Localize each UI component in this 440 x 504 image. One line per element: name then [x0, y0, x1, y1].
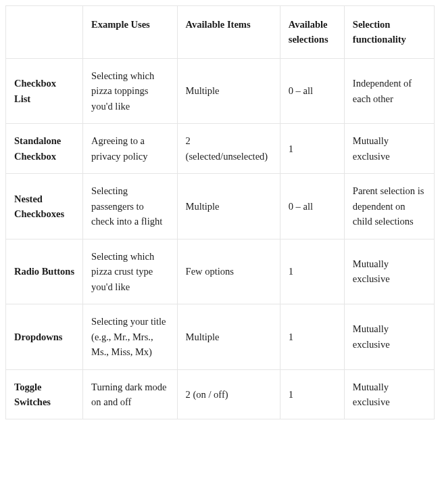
row-name: Toggle Switches — [6, 369, 83, 419]
row-example-uses: Turning dark mode on and off — [83, 369, 177, 419]
row-available-selections: 1 — [280, 239, 344, 304]
row-example-uses: Selecting your title (e.g., Mr., Mrs., M… — [83, 304, 177, 369]
table-row: Checkbox List Selecting which pizza topp… — [6, 58, 435, 123]
row-available-selections: 0 – all — [280, 58, 344, 123]
row-available-items: Multiple — [177, 304, 280, 369]
header-blank — [6, 6, 83, 59]
row-example-uses: Agreeing to a privacy policy — [83, 124, 177, 174]
row-name: Checkbox List — [6, 58, 83, 123]
row-available-items: 2 (selected/unselected) — [177, 124, 280, 174]
header-example-uses: Example Uses — [83, 6, 177, 59]
row-name: Nested Checkboxes — [6, 174, 83, 239]
row-selection-functionality: Mutually exclusive — [344, 369, 434, 419]
row-example-uses: Selecting passengers to check into a fli… — [83, 174, 177, 239]
row-selection-functionality: Independent of each other — [344, 58, 434, 123]
table-row: Nested Checkboxes Selecting passengers t… — [6, 174, 435, 239]
table-header-row: Example Uses Available Items Available s… — [6, 6, 435, 59]
row-name: Radio Buttons — [6, 239, 83, 304]
header-available-items: Available Items — [177, 6, 280, 59]
table-row: Dropdowns Selecting your title (e.g., Mr… — [6, 304, 435, 369]
row-example-uses: Selecting which pizza crust type you'd l… — [83, 239, 177, 304]
row-available-items: Multiple — [177, 174, 280, 239]
selection-patterns-table: Example Uses Available Items Available s… — [5, 5, 435, 419]
row-example-uses: Selecting which pizza toppings you'd lik… — [83, 58, 177, 123]
row-name: Standalone Checkbox — [6, 124, 83, 174]
header-selection-functionality: Selection functionality — [344, 6, 434, 59]
row-available-items: 2 (on / off) — [177, 369, 280, 419]
table-row: Toggle Switches Turning dark mode on and… — [6, 369, 435, 419]
row-selection-functionality: Mutually exclusive — [344, 239, 434, 304]
row-available-selections: 0 – all — [280, 174, 344, 239]
table-row: Standalone Checkbox Agreeing to a privac… — [6, 124, 435, 174]
row-selection-functionality: Mutually exclusive — [344, 124, 434, 174]
row-available-items: Few options — [177, 239, 280, 304]
table-row: Radio Buttons Selecting which pizza crus… — [6, 239, 435, 304]
row-selection-functionality: Parent selection is dependent on child s… — [344, 174, 434, 239]
row-available-selections: 1 — [280, 124, 344, 174]
row-available-selections: 1 — [280, 369, 344, 419]
row-available-items: Multiple — [177, 58, 280, 123]
header-available-selections: Available selections — [280, 6, 344, 59]
row-name: Dropdowns — [6, 304, 83, 369]
row-selection-functionality: Mutually exclusive — [344, 304, 434, 369]
row-available-selections: 1 — [280, 304, 344, 369]
